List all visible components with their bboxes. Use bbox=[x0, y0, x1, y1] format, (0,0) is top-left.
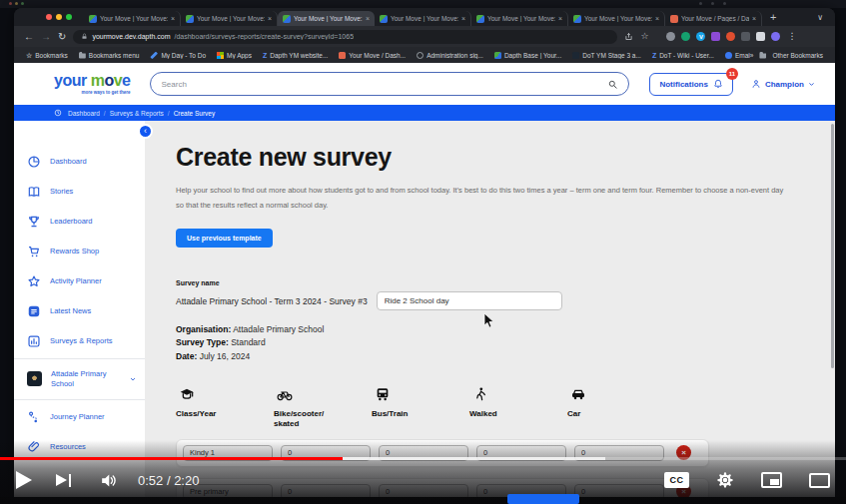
survey-name-row: Attadale Primary School - Term 3 2024 - … bbox=[176, 291, 835, 310]
jira-favicon-icon bbox=[670, 15, 678, 23]
user-menu[interactable]: Champion bbox=[751, 79, 815, 89]
bookmarks-overflow-icon[interactable]: » bbox=[750, 52, 754, 59]
column-label: Bus/Train bbox=[372, 409, 461, 419]
breadcrumb-item-surveys-reports[interactable]: Surveys & Reports bbox=[110, 110, 164, 117]
share-icon[interactable] bbox=[624, 32, 633, 41]
graduation-cap-icon bbox=[176, 386, 198, 402]
video-progress-bar[interactable] bbox=[0, 457, 846, 461]
column-label: Walked bbox=[469, 409, 559, 419]
bookmark-item-administration-sig[interactable]: Administration sig... bbox=[417, 52, 483, 59]
tab-close-icon[interactable]: × bbox=[171, 15, 175, 22]
url-bar[interactable]: yourmove.dev.dapth.com/dashboard/surveys… bbox=[73, 30, 617, 44]
menubar-status-icon bbox=[699, 2, 702, 5]
extension-purple-icon[interactable] bbox=[711, 32, 720, 41]
yourmove-logo[interactable]: your move more ways to get there bbox=[54, 73, 130, 95]
new-tab-button[interactable]: + bbox=[770, 12, 776, 23]
sidebar-item-latest-news[interactable]: Latest News bbox=[14, 296, 145, 326]
browser-window: Your Move | Your Move: M×Your Move | You… bbox=[14, 8, 835, 497]
tab-close-icon[interactable]: × bbox=[752, 15, 756, 22]
bookmark-item-dot-ym-stage-3-a[interactable]: DoT YM Stage 3 a... bbox=[572, 52, 641, 59]
sidebar-item-activity-planner[interactable]: Activity Planner bbox=[14, 266, 145, 296]
use-previous-template-button[interactable]: Use previous template bbox=[176, 229, 273, 248]
browser-tab[interactable]: Your Move | Your Move: M× bbox=[471, 11, 568, 26]
survey-name-input[interactable] bbox=[377, 291, 562, 310]
browser-tab[interactable]: Your Move | Your Move: M× bbox=[181, 11, 278, 26]
tab-close-icon[interactable]: × bbox=[655, 15, 659, 22]
bookmark-item-my-apps[interactable]: My Apps bbox=[217, 52, 252, 59]
sidebar-item-leaderboard[interactable]: Leaderboard bbox=[14, 207, 145, 237]
extension-red-icon[interactable] bbox=[726, 32, 735, 41]
captions-button[interactable]: CC bbox=[664, 472, 689, 488]
bookmark-item-my-day-to-do[interactable]: My Day - To Do bbox=[150, 52, 206, 59]
refresh-button[interactable]: ↻ bbox=[58, 32, 66, 42]
search-bar[interactable] bbox=[150, 72, 629, 96]
miniplayer-button[interactable] bbox=[761, 472, 782, 488]
sidebar-item-attadale-primary-school[interactable]: Attadale Primary School bbox=[14, 361, 145, 397]
search-input[interactable] bbox=[161, 80, 607, 89]
sidebar-item-dashboard[interactable]: Dashboard bbox=[14, 147, 145, 177]
jira-favicon-icon bbox=[339, 52, 346, 59]
bookmark-item-dapth-ym-website[interactable]: ZDapth YM website... bbox=[263, 52, 328, 59]
tab-title: Your Move | Your Move: M bbox=[294, 15, 363, 22]
survey-name-label: Survey name bbox=[176, 279, 835, 286]
page-scrollbar[interactable] bbox=[831, 124, 834, 368]
browser-tab[interactable]: Your Move | Your Move: M× bbox=[84, 11, 181, 26]
tab-search-button[interactable]: ∨ bbox=[817, 13, 823, 22]
bookmark-item-bookmarks[interactable]: ☆Bookmarks bbox=[26, 52, 68, 59]
chevron-down-icon bbox=[808, 81, 815, 88]
mail-icon bbox=[725, 52, 732, 59]
window-close-button[interactable] bbox=[46, 14, 52, 20]
tab-close-icon[interactable]: × bbox=[558, 15, 562, 22]
back-button[interactable]: ← bbox=[24, 32, 34, 42]
sidebar-item-rewards-shop[interactable]: Rewards Shop bbox=[14, 237, 145, 266]
forward-button[interactable]: → bbox=[41, 32, 51, 42]
sidebar-item-surveys-reports[interactable]: Surveys & Reports bbox=[14, 326, 145, 356]
tab-close-icon[interactable]: × bbox=[366, 15, 370, 22]
extensions-puzzle-icon[interactable] bbox=[741, 32, 750, 41]
next-button[interactable] bbox=[56, 474, 71, 487]
extension-gray-icon[interactable] bbox=[666, 32, 675, 41]
search-icon[interactable] bbox=[607, 79, 618, 90]
browser-tab[interactable]: Your Move | Your Move: M× bbox=[278, 11, 375, 26]
browser-tab[interactable]: Your Move / Pages / Dash× bbox=[665, 11, 762, 26]
play-button[interactable] bbox=[16, 471, 32, 489]
bookmark-item-dapth-base-your[interactable]: Dapth Base | Your... bbox=[494, 52, 561, 59]
breadcrumb-item-dashboard[interactable]: Dashboard bbox=[68, 110, 100, 117]
extension-vimeo-icon[interactable]: V bbox=[696, 32, 705, 41]
bookmark-label: Email - TB bbox=[735, 52, 750, 59]
extension-green-icon[interactable] bbox=[681, 32, 690, 41]
yourmove-favicon-icon bbox=[494, 52, 501, 59]
folder-icon bbox=[759, 52, 766, 59]
bookmark-item-email-tb[interactable]: Email - TB bbox=[725, 52, 750, 59]
bookmark-item-bookmarks-menu[interactable]: Bookmarks menu bbox=[79, 52, 140, 59]
sidebar-item-label: Surveys & Reports bbox=[50, 336, 113, 346]
other-bookmarks[interactable]: Other Bookmarks bbox=[772, 52, 823, 59]
menu-kebab-icon[interactable]: ⋮ bbox=[787, 32, 796, 41]
window-minimize-button[interactable] bbox=[56, 14, 62, 20]
reading-mode-icon[interactable] bbox=[756, 32, 765, 41]
profile-avatar[interactable] bbox=[771, 32, 780, 41]
notifications-button[interactable]: Notifications 11 bbox=[649, 73, 732, 96]
sidebar-item-stories[interactable]: Stories bbox=[14, 177, 145, 207]
settings-button[interactable] bbox=[716, 471, 734, 489]
breadcrumb-item-create-survey[interactable]: Create Survey bbox=[174, 110, 216, 117]
bicycle-icon bbox=[274, 386, 296, 402]
sidebar-collapse-button[interactable]: ‹ bbox=[138, 124, 153, 139]
browser-tab[interactable]: Your Move | Your Move: M× bbox=[375, 11, 471, 26]
volume-button[interactable] bbox=[99, 471, 118, 490]
bookmark-item-your-move-dash[interactable]: Your Move / Dash... bbox=[339, 52, 406, 59]
window-maximize-button[interactable] bbox=[66, 14, 72, 20]
yourmove-favicon-icon bbox=[380, 15, 388, 23]
add-row-button-partial[interactable] bbox=[507, 494, 579, 504]
browser-tab[interactable]: Your Move | Your Move: M× bbox=[568, 11, 665, 26]
time-display: 0:52 / 2:20 bbox=[138, 473, 199, 488]
fullscreen-button[interactable] bbox=[809, 473, 830, 488]
tab-close-icon[interactable]: × bbox=[461, 15, 465, 22]
sidebar-item-journey-planner[interactable]: Journey Planner bbox=[14, 402, 145, 432]
bookmark-star-icon[interactable]: ☆ bbox=[640, 32, 648, 41]
meta-value: Attadale Primary School bbox=[233, 324, 324, 334]
bookmark-item-dot-wiki-user[interactable]: ZDoT - Wiki - User... bbox=[652, 52, 714, 59]
column-header-bus-train: Bus/Train bbox=[372, 386, 461, 430]
tab-close-icon[interactable]: × bbox=[268, 15, 272, 22]
sidebar-nav: DashboardStoriesLeaderboardRewards ShopA… bbox=[14, 147, 145, 462]
